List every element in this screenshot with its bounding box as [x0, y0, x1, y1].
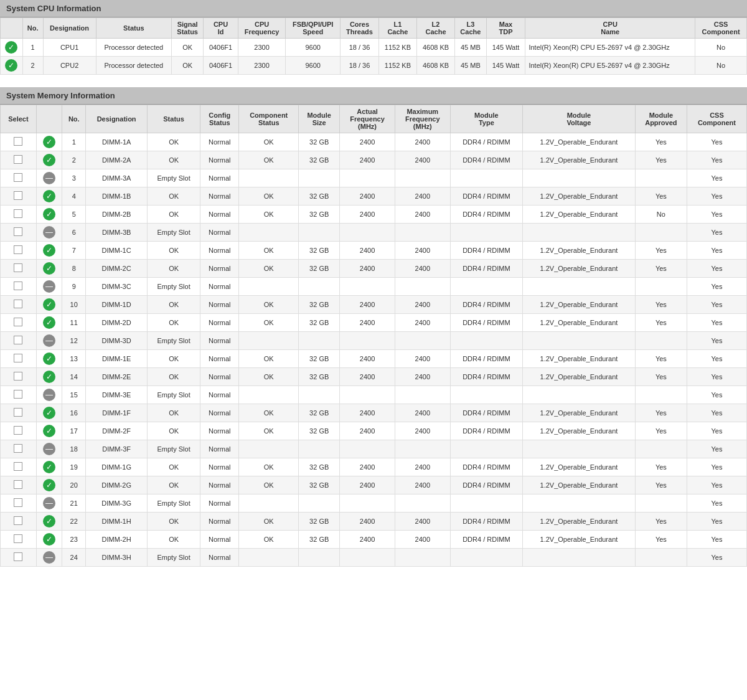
mem-checkbox[interactable]	[14, 318, 22, 326]
mem-select[interactable]	[1, 151, 37, 169]
mem-select[interactable]	[1, 531, 37, 549]
mem-component: OK	[239, 422, 299, 440]
mem-select[interactable]	[1, 206, 37, 224]
mem-select[interactable]	[1, 422, 37, 440]
cpu-col-status: Status	[96, 18, 172, 39]
mem-select[interactable]	[1, 314, 37, 332]
mem-max-freq: 2400	[395, 296, 450, 314]
mem-actual-freq	[340, 440, 395, 458]
mem-designation: DIMM-1D	[86, 296, 147, 314]
mem-row-10: ✓ 10 DIMM-1D OK Normal OK 32 GB 2400 240…	[1, 296, 747, 314]
mem-select[interactable]	[1, 296, 37, 314]
mem-actual-freq: 2400	[340, 206, 395, 224]
mem-checkbox[interactable]	[14, 137, 22, 146]
cpu-cores: 18 / 36	[341, 39, 379, 57]
mem-checkbox[interactable]	[14, 552, 22, 561]
mem-checkbox[interactable]	[14, 480, 22, 489]
mem-row-4: ✓ 4 DIMM-1B OK Normal OK 32 GB 2400 2400…	[1, 187, 747, 206]
mem-max-freq: 2400	[395, 476, 450, 494]
mem-actual-freq: 2400	[340, 513, 395, 531]
mem-checkbox[interactable]	[14, 516, 22, 525]
mem-status-icon: ✓	[36, 187, 62, 206]
mem-col-max-freq: MaximumFrequency(MHz)	[395, 105, 450, 133]
mem-checkbox[interactable]	[14, 209, 22, 218]
mem-select[interactable]	[1, 224, 37, 242]
mem-actual-freq	[340, 386, 395, 404]
mem-approved	[635, 549, 687, 567]
mem-component	[239, 494, 299, 513]
mem-checkbox[interactable]	[14, 444, 22, 453]
cpu-l1: 1152 KB	[378, 57, 416, 75]
mem-select[interactable]	[1, 350, 37, 368]
ok-icon: ✓	[43, 190, 55, 202]
mem-no: 9	[62, 278, 86, 296]
mem-no: 3	[62, 169, 86, 187]
mem-checkbox[interactable]	[14, 390, 22, 399]
mem-select[interactable]	[1, 187, 37, 206]
mem-select[interactable]	[1, 404, 37, 422]
mem-type: DDR4 / RDIMM	[450, 476, 522, 494]
mem-checkbox[interactable]	[14, 336, 22, 344]
cpu-l2: 4608 KB	[416, 57, 454, 75]
mem-checkbox[interactable]	[14, 498, 22, 507]
mem-css: Yes	[687, 494, 746, 513]
mem-max-freq: 2400	[395, 368, 450, 386]
ok-icon: ✓	[43, 479, 55, 491]
mem-checkbox[interactable]	[14, 227, 22, 236]
mem-checkbox[interactable]	[14, 372, 22, 381]
mem-checkbox[interactable]	[14, 245, 22, 254]
mem-size: 32 GB	[299, 513, 340, 531]
mem-type: DDR4 / RDIMM	[450, 296, 522, 314]
mem-approved: Yes	[635, 133, 687, 151]
mem-size	[299, 494, 340, 513]
mem-checkbox[interactable]	[14, 426, 22, 435]
mem-checkbox[interactable]	[14, 354, 22, 362]
mem-voltage	[523, 494, 636, 513]
cpu-col-signal: SignalStatus	[172, 18, 204, 39]
mem-status: Empty Slot	[147, 440, 200, 458]
mem-select[interactable]	[1, 133, 37, 151]
mem-checkbox[interactable]	[14, 155, 22, 164]
mem-approved	[635, 494, 687, 513]
mem-select[interactable]	[1, 368, 37, 386]
mem-select[interactable]	[1, 260, 37, 278]
mem-checkbox[interactable]	[14, 462, 22, 471]
mem-select[interactable]	[1, 169, 37, 187]
mem-select[interactable]	[1, 242, 37, 260]
mem-checkbox[interactable]	[14, 173, 22, 182]
mem-select[interactable]	[1, 513, 37, 531]
mem-select[interactable]	[1, 386, 37, 404]
mem-status-icon: —	[36, 386, 62, 404]
mem-select[interactable]	[1, 458, 37, 476]
mem-actual-freq: 2400	[340, 476, 395, 494]
memory-section-title: System Memory Information	[6, 91, 115, 100]
mem-checkbox[interactable]	[14, 281, 22, 290]
mem-config: Normal	[200, 242, 239, 260]
mem-checkbox[interactable]	[14, 263, 22, 272]
mem-size: 32 GB	[299, 350, 340, 368]
mem-size: 32 GB	[299, 458, 340, 476]
mem-select[interactable]	[1, 494, 37, 513]
mem-approved: Yes	[635, 260, 687, 278]
mem-select[interactable]	[1, 332, 37, 350]
mem-select[interactable]	[1, 549, 37, 567]
mem-type: DDR4 / RDIMM	[450, 242, 522, 260]
mem-no: 8	[62, 260, 86, 278]
mem-row-14: ✓ 14 DIMM-2E OK Normal OK 32 GB 2400 240…	[1, 368, 747, 386]
mem-checkbox[interactable]	[14, 300, 22, 308]
mem-max-freq: 2400	[395, 151, 450, 169]
cpu-section: System CPU Information No. Designation S…	[0, 0, 747, 75]
mem-col-approved: ModuleApproved	[635, 105, 687, 133]
mem-no: 21	[62, 494, 86, 513]
mem-select[interactable]	[1, 476, 37, 494]
mem-css: Yes	[687, 278, 746, 296]
cpu-l1: 1152 KB	[378, 39, 416, 57]
mem-checkbox[interactable]	[14, 191, 22, 200]
mem-checkbox[interactable]	[14, 534, 22, 543]
mem-checkbox[interactable]	[14, 408, 22, 417]
mem-row-20: ✓ 20 DIMM-2G OK Normal OK 32 GB 2400 240…	[1, 476, 747, 494]
cpu-col-cpuid: CPUId	[204, 18, 238, 39]
mem-select[interactable]	[1, 440, 37, 458]
mem-actual-freq: 2400	[340, 296, 395, 314]
mem-select[interactable]	[1, 278, 37, 296]
